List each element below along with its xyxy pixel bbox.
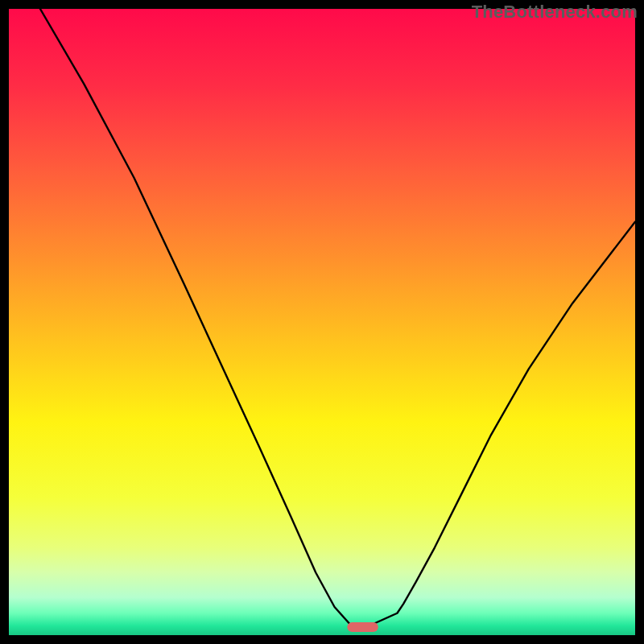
chart-svg (9, 9, 635, 635)
plot-area (9, 9, 635, 635)
chart-frame: TheBottleneck.com (0, 0, 644, 644)
watermark-text: TheBottleneck.com (472, 2, 638, 23)
gradient-background (9, 9, 635, 635)
sweet-spot-marker (347, 622, 378, 632)
